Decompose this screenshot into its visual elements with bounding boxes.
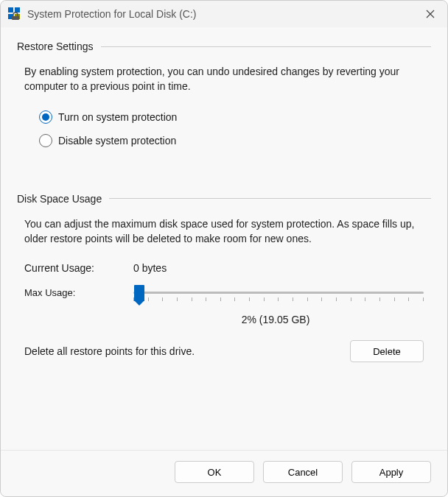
slider-value-text: 2% (19.05 GB) bbox=[120, 314, 431, 325]
radio-indicator-off bbox=[39, 134, 52, 147]
radio-turn-on[interactable]: Turn on system protection bbox=[39, 110, 431, 124]
dialog-window: System Protection for Local Disk (C:) Re… bbox=[0, 0, 448, 497]
radio-indicator-on bbox=[39, 110, 52, 124]
dialog-content: Restore Settings By enabling system prot… bbox=[1, 27, 447, 450]
delete-row: Delete all restore points for this drive… bbox=[24, 340, 424, 362]
disk-usage-heading: Disk Space Usage bbox=[17, 193, 431, 205]
max-usage-row: Max Usage: bbox=[24, 287, 424, 309]
svg-rect-0 bbox=[8, 7, 13, 13]
delete-button[interactable]: Delete bbox=[350, 340, 424, 362]
radio-label-off: Disable system protection bbox=[58, 135, 176, 147]
titlebar: System Protection for Local Disk (C:) bbox=[1, 1, 447, 27]
slider-track bbox=[133, 292, 424, 294]
system-protection-icon bbox=[8, 7, 21, 21]
max-usage-slider[interactable] bbox=[133, 287, 424, 309]
protection-radio-group: Turn on system protection Disable system… bbox=[39, 110, 431, 147]
divider bbox=[109, 198, 431, 199]
restore-settings-label: Restore Settings bbox=[17, 40, 94, 52]
svg-rect-1 bbox=[15, 7, 20, 13]
disk-usage-label: Disk Space Usage bbox=[17, 193, 102, 205]
svg-rect-4 bbox=[12, 16, 19, 20]
close-button[interactable] bbox=[413, 1, 447, 27]
apply-button[interactable]: Apply bbox=[351, 461, 431, 483]
disk-description: You can adjust the maximum disk space us… bbox=[24, 216, 424, 247]
dialog-button-bar: OK Cancel Apply bbox=[1, 450, 447, 496]
max-usage-label: Max Usage: bbox=[24, 287, 133, 298]
ok-button[interactable]: OK bbox=[175, 461, 254, 483]
delete-description: Delete all restore points for this drive… bbox=[24, 345, 195, 357]
cancel-button[interactable]: Cancel bbox=[263, 461, 343, 483]
radio-label-on: Turn on system protection bbox=[58, 111, 177, 123]
slider-ticks bbox=[133, 297, 424, 302]
restore-description: By enabling system protection, you can u… bbox=[24, 64, 424, 94]
current-usage-row: Current Usage: 0 bytes bbox=[24, 262, 424, 274]
current-usage-value: 0 bytes bbox=[133, 262, 167, 274]
restore-settings-heading: Restore Settings bbox=[17, 40, 431, 52]
divider bbox=[101, 46, 432, 47]
window-title: System Protection for Local Disk (C:) bbox=[27, 8, 413, 20]
radio-disable[interactable]: Disable system protection bbox=[39, 134, 431, 147]
current-usage-label: Current Usage: bbox=[24, 262, 133, 274]
